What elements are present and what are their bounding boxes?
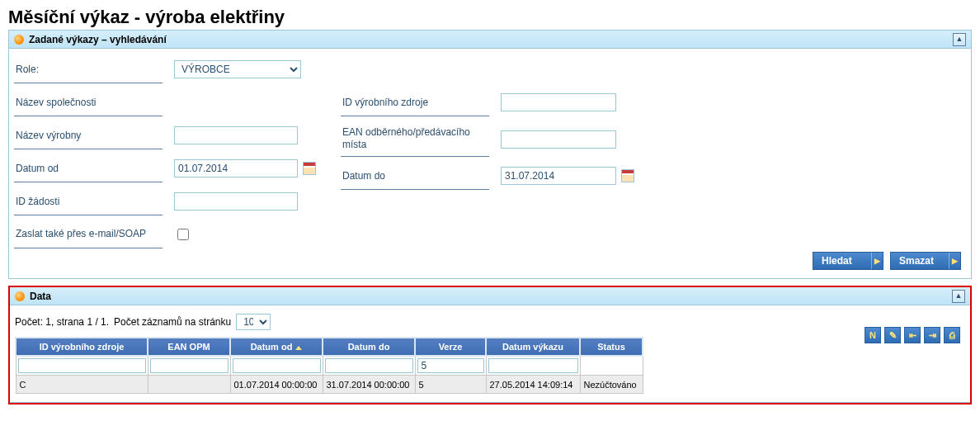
source-id-input[interactable] — [501, 93, 616, 111]
col-source-id[interactable]: ID výrobního zdroje — [16, 338, 148, 356]
col-version[interactable]: Verze — [415, 338, 486, 356]
filter-ean-opm[interactable] — [150, 358, 229, 373]
col-report-date[interactable]: Datum výkazu — [486, 338, 580, 356]
label-date-to: Datum do — [341, 162, 489, 190]
label-date-from: Datum od — [14, 154, 163, 182]
cell-date-from: 01.07.2014 00:00:00 — [230, 376, 323, 394]
cell-date-to: 31.07.2014 00:00:00 — [323, 376, 415, 394]
table-header-row: ID výrobního zdroje EAN OPM Datum od Dat… — [16, 338, 643, 356]
cell-ean-opm — [148, 376, 230, 394]
search-button[interactable]: Hledat▶ — [813, 252, 883, 270]
data-highlight-frame: Data ▲ N ✎ ⇤ ⇥ ⎙ Počet: 1, strana 1 / 1.… — [8, 286, 972, 404]
plant-input[interactable] — [174, 126, 298, 144]
clear-button[interactable]: Smazat▶ — [890, 252, 961, 270]
export-icon[interactable]: ⇤ — [904, 327, 921, 343]
role-select[interactable]: VÝROBCE — [174, 60, 301, 78]
request-id-input[interactable] — [174, 192, 298, 210]
pager-summary: Počet: 1, strana 1 / 1. — [15, 316, 109, 328]
pager-per-page-label: Počet záznamů na stránku — [114, 316, 231, 328]
date-to-input[interactable] — [501, 167, 616, 185]
label-plant: Název výrobny — [14, 121, 163, 149]
panel-bullet-icon — [15, 291, 25, 301]
company-input[interactable] — [174, 93, 298, 111]
chevron-right-icon: ▶ — [949, 253, 960, 269]
send-soap-checkbox[interactable] — [177, 229, 189, 240]
col-status[interactable]: Status — [580, 338, 643, 356]
import-icon[interactable]: ⇥ — [924, 327, 940, 343]
search-panel-header: Zadané výkazy – vyhledávání ▲ — [9, 31, 971, 49]
filter-date-from[interactable] — [233, 358, 321, 373]
date-from-input[interactable] — [174, 159, 298, 177]
filter-date-to[interactable] — [325, 358, 413, 373]
label-source-id: ID výrobního zdroje — [341, 88, 489, 116]
data-panel-title: Data — [30, 291, 952, 302]
data-panel-header: Data ▲ — [10, 287, 970, 305]
search-panel: Zadané výkazy – vyhledávání ▲ Role: VÝRO… — [8, 30, 972, 279]
label-role: Role: — [14, 55, 163, 83]
calendar-icon[interactable] — [303, 162, 316, 175]
data-table: ID výrobního zdroje EAN OPM Datum od Dat… — [15, 337, 643, 394]
sort-asc-icon — [295, 346, 302, 350]
data-toolbar: N ✎ ⇤ ⇥ ⎙ — [865, 327, 960, 343]
new-icon[interactable]: N — [865, 327, 881, 343]
cell-status: Nezúčtováno — [580, 376, 643, 394]
col-ean-opm[interactable]: EAN OPM — [148, 338, 230, 356]
col-date-from[interactable]: Datum od — [230, 338, 323, 356]
filter-version[interactable] — [417, 358, 484, 373]
chevron-right-icon: ▶ — [871, 253, 883, 269]
cell-version: 5 — [415, 376, 486, 394]
print-icon[interactable]: ⎙ — [944, 327, 960, 343]
cell-source-id: C — [16, 376, 148, 394]
edit-icon[interactable]: ✎ — [884, 327, 901, 343]
pager: Počet: 1, strana 1 / 1. Počet záznamů na… — [15, 314, 965, 330]
filter-report-date[interactable] — [488, 358, 578, 373]
table-filter-row — [16, 356, 643, 376]
ean-input[interactable] — [501, 130, 616, 149]
table-row[interactable]: C 01.07.2014 00:00:00 31.07.2014 00:00:0… — [16, 376, 643, 394]
label-ean: EAN odběrného/předávacího místa — [341, 121, 489, 157]
label-send-soap: Zaslat také přes e-mail/SOAP — [14, 220, 163, 248]
panel-bullet-icon — [14, 35, 24, 45]
page-title: Měsíční výkaz - výroba elektřiny — [8, 7, 972, 28]
filter-source-id[interactable] — [18, 358, 146, 373]
filter-status-blank — [580, 356, 643, 376]
per-page-select[interactable]: 10 — [236, 314, 271, 330]
collapse-search-button[interactable]: ▲ — [953, 33, 966, 46]
label-company: Název společnosti — [14, 88, 163, 116]
cell-report-date: 27.05.2014 14:09:14 — [486, 376, 580, 394]
search-panel-title: Zadané výkazy – vyhledávání — [29, 34, 953, 45]
collapse-data-button[interactable]: ▲ — [952, 290, 965, 303]
calendar-icon[interactable] — [621, 169, 634, 182]
label-request-id: ID žádosti — [14, 187, 163, 215]
col-date-to[interactable]: Datum do — [323, 338, 415, 356]
